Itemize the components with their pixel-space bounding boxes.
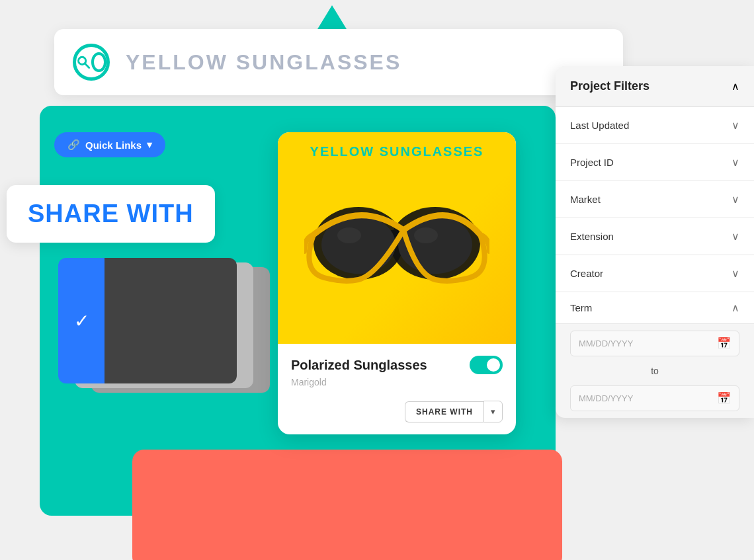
search-query-text: YELLOW SUNGLASSES [126,50,401,75]
filter-label-term: Term [570,302,592,313]
product-toggle[interactable] [470,356,503,374]
arrow-up-indicator [317,5,347,29]
search-icon [73,44,110,81]
search-bar: YELLOW SUNGLASSES [54,29,623,95]
filter-label-project-id: Project ID [570,157,614,168]
filter-chevron-last-updated: ∨ [732,119,739,132]
filter-item-term[interactable]: Term ∧ [556,292,754,324]
product-info: Polarized Sunglasses Marigold [278,344,516,394]
quick-links-chevron-icon: ▾ [147,139,152,151]
share-dropdown-chevron-icon: ▾ [491,407,495,417]
filter-item-project-id[interactable]: Project ID ∨ [556,144,754,181]
svg-line-1 [85,63,89,67]
search-svg [76,52,91,73]
date-to-placeholder: MM/DD/YYYY [579,393,717,403]
coral-background [132,450,562,560]
filter-chevron-creator: ∨ [732,267,739,280]
filter-item-extension[interactable]: Extension ∨ [556,218,754,255]
filter-item-last-updated[interactable]: Last Updated ∨ [556,107,754,144]
link-icon: 🔗 [67,139,80,151]
card-content-area [105,258,237,383]
card-front: ✓ [58,258,237,383]
product-image: YELLOW SUNGLASSES [278,132,516,344]
filter-label-extension: Extension [570,231,614,242]
share-with-text: SHARE WITH [28,200,194,227]
product-name: Polarized Sunglasses [291,358,427,373]
filters-title: Project Filters [570,79,649,93]
filters-panel: Project Filters ∧ Last Updated ∨ Project… [556,66,754,418]
svg-point-7 [337,227,361,243]
filter-label-last-updated: Last Updated [570,120,629,131]
product-name-row: Polarized Sunglasses [291,356,503,374]
date-from-row[interactable]: MM/DD/YYYY 📅 [570,331,739,356]
svg-point-8 [414,227,438,243]
filter-item-creator[interactable]: Creator ∨ [556,255,754,292]
date-from-placeholder: MM/DD/YYYY [579,339,717,348]
filter-chevron-extension: ∨ [732,230,739,243]
filter-label-market: Market [570,194,601,205]
filters-header: Project Filters ∧ [556,66,754,107]
filter-label-creator: Creator [570,268,603,279]
stacked-cards: ✓ [58,258,237,383]
share-button-row: SHARE WITH ▾ [278,394,516,434]
date-to-row[interactable]: MM/DD/YYYY 📅 [570,385,739,411]
date-to-label: to [556,363,754,379]
product-subtitle: Marigold [291,377,503,387]
calendar-to-icon: 📅 [717,391,731,405]
filter-chevron-market: ∨ [732,193,739,206]
card-check-area: ✓ [58,258,105,383]
share-with-card: SHARE WITH [7,185,215,243]
share-with-button[interactable]: SHARE WITH [405,401,483,422]
product-card-title: YELLOW SUNGLASSES [278,144,516,159]
filter-item-market[interactable]: Market ∨ [556,181,754,218]
checkmark-icon: ✓ [74,310,89,332]
filter-chevron-term: ∧ [732,301,739,314]
calendar-from-icon: 📅 [717,337,731,350]
sunglasses-illustration [304,179,489,298]
share-dropdown-button[interactable]: ▾ [483,401,503,422]
quick-links-button[interactable]: 🔗 Quick Links ▾ [54,132,165,157]
filter-chevron-project-id: ∨ [732,156,739,169]
product-card: YELLOW SUNGLASSES [278,132,516,434]
quick-links-label: Quick Links [85,140,142,151]
filters-collapse-icon[interactable]: ∧ [732,80,739,93]
